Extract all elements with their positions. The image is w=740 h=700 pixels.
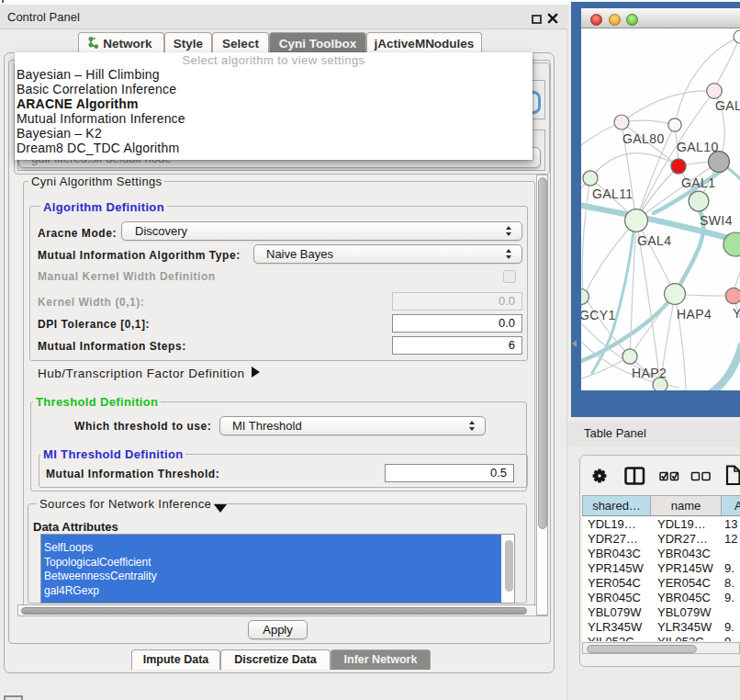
svg-text:Y: Y	[733, 306, 740, 321]
svg-text:GAL1: GAL1	[681, 175, 715, 190]
svg-text:GAL2: GAL2	[715, 98, 740, 113]
svg-text:GAL80: GAL80	[622, 131, 665, 146]
svg-text:GCY1: GCY1	[581, 308, 616, 322]
svg-text:GAL11: GAL11	[592, 186, 633, 201]
svg-text:SWI4: SWI4	[700, 213, 733, 228]
svg-text:HAP4: HAP4	[677, 307, 712, 322]
svg-text:HAP2: HAP2	[632, 366, 667, 380]
svg-text:GAL4: GAL4	[637, 233, 671, 248]
svg-text:GAL10: GAL10	[677, 140, 719, 154]
